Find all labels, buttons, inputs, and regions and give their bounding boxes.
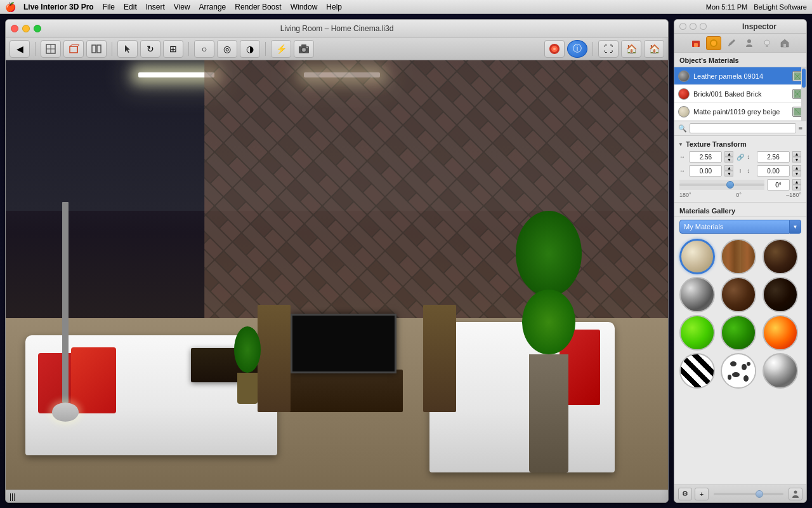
cursor-button[interactable] <box>117 40 138 58</box>
offset-x-down[interactable]: ▼ <box>724 171 733 177</box>
width-stepper[interactable]: ▲ ▼ <box>724 151 733 163</box>
search-menu-icon[interactable]: ≡ <box>799 124 802 132</box>
angle-up[interactable]: ▲ <box>792 179 801 185</box>
material-ball-chrome[interactable] <box>763 353 798 389</box>
3d-view-button[interactable] <box>63 40 84 58</box>
inspector-maximize[interactable] <box>700 23 707 30</box>
rotate-button[interactable]: ↻ <box>140 40 160 58</box>
inspector-minimize[interactable] <box>690 23 697 30</box>
scale-button[interactable]: ⊞ <box>163 40 183 58</box>
material-ball-green-bright[interactable] <box>679 315 715 351</box>
width-down[interactable]: ▼ <box>724 157 733 163</box>
menu-window[interactable]: Window <box>291 3 318 11</box>
tab-material[interactable] <box>706 36 721 50</box>
material-ball-green-dark[interactable] <box>721 315 756 351</box>
offset-y-down[interactable]: ▼ <box>792 171 801 177</box>
material-ball-fire[interactable] <box>763 315 798 351</box>
width-input[interactable] <box>689 151 722 163</box>
oval-tool[interactable]: ◎ <box>217 40 237 58</box>
maximize-button[interactable] <box>34 25 41 32</box>
texture-transform-header[interactable]: ▼ Texture Transform <box>674 138 806 150</box>
offset-y-stepper[interactable]: ▲ ▼ <box>792 165 801 177</box>
height-input[interactable] <box>757 151 790 163</box>
fullscreen-button[interactable]: ⛶ <box>598 40 619 58</box>
search-row: 🔍 ≡ <box>674 121 806 136</box>
material-ball-dark-wood[interactable] <box>763 239 798 274</box>
svg-rect-3 <box>70 46 77 53</box>
material-item-paint[interactable]: Matte paint/1019 grey beige <box>674 103 806 121</box>
canvas-area[interactable] <box>6 60 668 490</box>
texture-transform-title: Texture Transform <box>686 140 747 148</box>
info-button[interactable]: ⓘ <box>567 40 587 58</box>
lightning-tool[interactable]: ⚡ <box>271 40 291 58</box>
close-button[interactable] <box>11 25 18 32</box>
menu-view[interactable]: View <box>174 3 190 11</box>
svg-point-42 <box>728 375 731 380</box>
offset-x-input[interactable] <box>689 165 722 177</box>
inspector-person-button[interactable] <box>789 488 802 500</box>
circle-tool[interactable]: ○ <box>194 40 214 58</box>
offset-y-input[interactable] <box>757 165 790 177</box>
material-scrollbar[interactable] <box>801 67 806 121</box>
gallery-select[interactable]: My Materials <box>679 220 790 234</box>
tab-room[interactable] <box>777 36 792 50</box>
material-item-brick[interactable]: Brick/001 Baked Brick <box>674 85 806 103</box>
angle-slider[interactable] <box>679 180 764 190</box>
material-ball-wood1[interactable] <box>721 239 756 274</box>
material-swatch-leather <box>678 70 690 82</box>
menu-bar: 🍎 Live Interior 3D Pro File Edit Insert … <box>0 0 812 14</box>
offset-y-up[interactable]: ▲ <box>792 165 801 171</box>
angle-stepper[interactable]: ▲ ▼ <box>792 179 801 190</box>
main-content: Living Room – Home Cinema.li3d ◀ <box>0 14 812 508</box>
svg-rect-6 <box>97 45 101 53</box>
material-item-leather[interactable]: Leather pamela 09014 <box>674 67 806 85</box>
view2d-button[interactable]: 🏠 <box>621 40 641 58</box>
toolbar: ◀ <box>6 37 668 60</box>
height-stepper[interactable]: ▲ ▼ <box>792 151 801 163</box>
material-ball-brown[interactable] <box>721 277 756 312</box>
width-up[interactable]: ▲ <box>724 151 733 157</box>
angle-max-label: –180° <box>786 192 801 198</box>
material-ball-metal[interactable] <box>679 277 715 312</box>
material-ball-zebra[interactable] <box>679 353 715 389</box>
height-up[interactable]: ▲ <box>792 151 801 157</box>
offset-x-stepper[interactable]: ▲ ▼ <box>724 165 733 177</box>
minimize-button[interactable] <box>22 25 30 32</box>
slider-thumb[interactable] <box>726 181 734 189</box>
inspector-close[interactable] <box>679 23 686 30</box>
material-ball-dark-brown[interactable] <box>763 277 798 312</box>
search-input[interactable] <box>690 123 796 133</box>
tv-unit <box>284 370 403 413</box>
half-circle-tool[interactable]: ◑ <box>240 40 260 58</box>
status-bar: ||| <box>6 490 668 502</box>
material-ball-beige[interactable] <box>679 239 715 274</box>
angle-input[interactable] <box>767 179 790 190</box>
tab-person[interactable] <box>742 36 757 50</box>
tab-light[interactable] <box>759 36 775 50</box>
inspector-gear-button[interactable]: ⚙ <box>678 488 692 500</box>
offset-x-up[interactable]: ▲ <box>724 165 733 171</box>
split-view-button[interactable] <box>86 40 107 58</box>
camera-button[interactable] <box>294 40 314 58</box>
floor-plan-button[interactable] <box>41 40 61 58</box>
tab-edit[interactable] <box>724 36 739 50</box>
menu-file[interactable]: File <box>103 3 115 11</box>
inspector-bottom-slider[interactable] <box>714 489 783 499</box>
perspective-button[interactable]: 🏠 <box>644 40 664 58</box>
menu-help[interactable]: Help <box>326 3 342 11</box>
inspector-add-button[interactable]: + <box>695 488 709 500</box>
height-down[interactable]: ▼ <box>792 157 801 163</box>
material-name-brick: Brick/001 Baked Brick <box>693 90 789 98</box>
menu-render-boost[interactable]: Render Boost <box>235 3 281 11</box>
menu-edit[interactable]: Edit <box>124 3 137 11</box>
menu-app-name[interactable]: Live Interior 3D Pro <box>23 3 94 11</box>
angle-down[interactable]: ▼ <box>792 185 801 190</box>
apple-menu[interactable]: 🍎 <box>5 2 16 12</box>
gallery-select-arrow[interactable]: ▼ <box>790 220 801 234</box>
back-button[interactable]: ◀ <box>10 40 30 58</box>
material-ball-dalmatian[interactable] <box>721 353 756 389</box>
tab-home[interactable] <box>688 36 704 50</box>
render-button[interactable] <box>544 40 565 58</box>
menu-arrange[interactable]: Arrange <box>199 3 226 11</box>
menu-insert[interactable]: Insert <box>146 3 165 11</box>
